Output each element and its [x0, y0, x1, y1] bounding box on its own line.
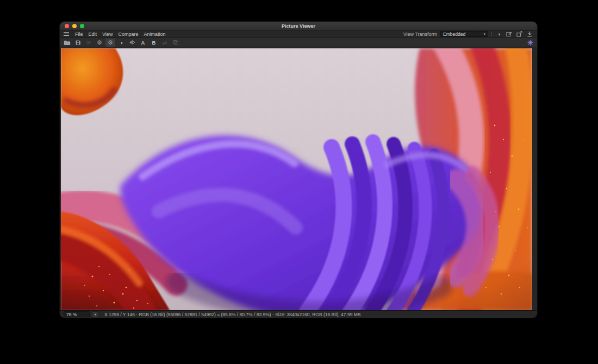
- window-title: Picture Viewer: [60, 23, 537, 29]
- swap-icon: ⇄: [163, 40, 167, 46]
- contrast-icon: ◑: [120, 40, 123, 46]
- gear-icon: ⚙: [108, 40, 113, 46]
- menu-edit[interactable]: Edit: [89, 32, 97, 37]
- open-in-new-button[interactable]: [516, 31, 523, 37]
- mirror-icon: [129, 39, 135, 46]
- chevron-down-icon: ▾: [483, 32, 485, 36]
- save-button[interactable]: [73, 39, 83, 47]
- menu-compare[interactable]: Compare: [118, 32, 138, 37]
- reload-icon: ⟳: [86, 40, 91, 46]
- folder-icon: [64, 40, 71, 46]
- menu-animation[interactable]: Animation: [144, 32, 165, 37]
- settings-button[interactable]: ⚙: [95, 39, 104, 47]
- menu-file[interactable]: File: [75, 32, 83, 37]
- menubar-right-controls: View Transform Embedded ▾ ◑: [403, 31, 533, 37]
- zoom-level-field[interactable]: 78 %: [64, 311, 90, 317]
- reload-button[interactable]: ⟳: [84, 39, 94, 47]
- image-viewport[interactable]: [61, 48, 532, 310]
- edit-image-button[interactable]: [506, 31, 513, 37]
- menubar: File Edit View Compare Animation View Tr…: [60, 30, 537, 38]
- panel-settings-button[interactable]: [525, 39, 535, 47]
- zoom-value: 78 %: [66, 312, 77, 317]
- dropdown-arrow-icon: ▾: [95, 312, 96, 317]
- view-transform-dropdown[interactable]: Embedded ▾: [440, 31, 488, 37]
- toolbar: ⟳ ⚙ ⚙ ◑ A B ⇄: [60, 38, 537, 47]
- mirror-button[interactable]: [127, 39, 137, 47]
- view-transform-label: View Transform: [403, 32, 437, 37]
- open-button[interactable]: [62, 39, 72, 47]
- titlebar[interactable]: Picture Viewer: [60, 22, 537, 30]
- picture-viewer-window: Picture Viewer File Edit View Compare An…: [60, 22, 537, 318]
- separator: [491, 32, 492, 36]
- status-info-text: X 1258 / Y 146 - RGB (16 Bit) (56096 / 5…: [104, 312, 360, 317]
- version-a-button[interactable]: A: [138, 39, 148, 47]
- version-b-button[interactable]: B: [149, 39, 159, 47]
- filter-settings-button[interactable]: ⚙: [105, 39, 115, 47]
- contrast-icon: ◑: [497, 32, 500, 37]
- statusbar: 78 % ▾ X 1258 / Y 146 - RGB (16 Bit) (56…: [60, 310, 537, 318]
- zoom-dropdown-button[interactable]: ▾: [92, 311, 99, 317]
- desktop-background: Picture Viewer File Edit View Compare An…: [0, 0, 598, 364]
- hamburger-menu-icon[interactable]: [64, 34, 69, 35]
- save-icon: [75, 40, 81, 46]
- download-button[interactable]: [526, 31, 533, 37]
- gear-icon: ⚙: [97, 40, 102, 46]
- pen-square-icon: [506, 31, 512, 37]
- copy-icon: [173, 40, 179, 46]
- display-filter-button[interactable]: ◑: [495, 31, 502, 37]
- copy-button[interactable]: [171, 39, 180, 47]
- rendered-image: [61, 48, 532, 310]
- swap-ab-button[interactable]: ⇄: [160, 39, 170, 47]
- download-icon: [527, 31, 533, 37]
- blue-asterisk-icon: [527, 40, 533, 46]
- menu-view[interactable]: View: [102, 32, 113, 37]
- compare-contrast-button[interactable]: ◑: [116, 39, 126, 47]
- view-transform-value: Embedded: [443, 32, 465, 37]
- popout-icon: [516, 31, 522, 37]
